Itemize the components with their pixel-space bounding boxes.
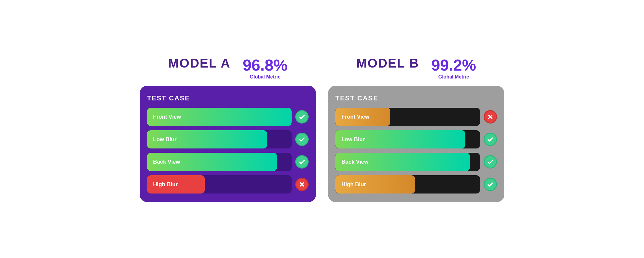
model-b-card: TEST CASEFront ViewLow BlurBack ViewHigh… [328, 86, 504, 202]
model-a-status-icon-0 [295, 110, 309, 124]
model-b-row-2: Back View [335, 153, 497, 171]
model-a-bar-fill-0: Front View [147, 108, 292, 126]
cross-icon [487, 113, 494, 120]
model-a-row-0: Front View [147, 108, 309, 126]
model-a-row-1: Low Blur [147, 130, 309, 148]
model-a-bar-container-3: High Blur [147, 175, 292, 194]
model-a-header: MODEL A96.8%Global Metric [140, 56, 316, 80]
model-a-status-icon-1 [295, 133, 309, 146]
model-b-bar-container-2: Back View [335, 153, 480, 171]
cross-icon [299, 181, 305, 188]
model-b-bar-fill-1: Low Blur [335, 130, 465, 148]
check-icon [299, 159, 305, 165]
model-a-bar-fill-3: High Blur [147, 175, 205, 194]
model-a-card: TEST CASEFront ViewLow BlurBack ViewHigh… [140, 86, 316, 202]
model-a-bar-container-1: Low Blur [147, 130, 292, 148]
check-icon [487, 136, 494, 143]
model-b-test-rows: Front ViewLow BlurBack ViewHigh Blur [335, 108, 497, 194]
model-b-bar-label-1: Low Blur [341, 136, 365, 143]
model-a-metric-group: 96.8%Global Metric [243, 56, 287, 80]
model-a-bar-container-0: Front View [147, 108, 292, 126]
model-a-bar-label-3: High Blur [153, 181, 178, 188]
model-b-bar-container-3: High Blur [335, 175, 480, 194]
model-section-model-a: MODEL A96.8%Global MetricTEST CASEFront … [140, 56, 316, 202]
model-a-test-rows: Front ViewLow BlurBack ViewHigh Blur [147, 108, 309, 194]
model-b-header: MODEL B99.2%Global Metric [328, 56, 504, 80]
model-a-status-icon-3 [295, 178, 309, 191]
model-b-bar-container-1: Low Blur [335, 130, 480, 148]
model-b-row-3: High Blur [335, 175, 497, 194]
page-container: MODEL A96.8%Global MetricTEST CASEFront … [140, 56, 504, 202]
model-b-status-icon-2 [484, 155, 497, 169]
model-a-bar-label-0: Front View [153, 114, 181, 120]
model-b-bar-label-3: High Blur [341, 181, 366, 188]
model-b-metric-label: Global Metric [438, 74, 469, 80]
model-b-status-icon-3 [484, 178, 497, 191]
model-a-bar-fill-1: Low Blur [147, 130, 267, 148]
model-b-row-0: Front View [335, 108, 497, 126]
model-a-row-2: Back View [147, 153, 309, 171]
model-a-title: MODEL A [168, 56, 231, 71]
model-b-metric-group: 99.2%Global Metric [431, 56, 476, 80]
model-b-status-icon-1 [484, 133, 497, 146]
model-b-bar-fill-2: Back View [335, 153, 470, 171]
model-b-test-case-label: TEST CASE [335, 94, 497, 102]
model-b-status-icon-0 [484, 110, 497, 124]
model-b-bar-label-0: Front View [341, 114, 369, 120]
model-a-metric-label: Global Metric [250, 74, 280, 80]
model-b-bar-fill-3: High Blur [335, 175, 415, 194]
model-b-metric-value: 99.2% [431, 56, 476, 74]
model-a-status-icon-2 [295, 155, 309, 169]
model-a-metric-value: 96.8% [243, 56, 287, 74]
model-a-row-3: High Blur [147, 175, 309, 194]
check-icon [299, 136, 305, 143]
model-b-bar-label-2: Back View [341, 159, 368, 165]
model-b-bar-fill-0: Front View [335, 108, 390, 126]
model-b-title: MODEL B [356, 56, 419, 71]
model-a-test-case-label: TEST CASE [147, 94, 309, 102]
check-icon [487, 181, 494, 188]
model-a-bar-container-2: Back View [147, 153, 292, 171]
model-b-row-1: Low Blur [335, 130, 497, 148]
model-a-bar-label-1: Low Blur [153, 136, 176, 143]
check-icon [299, 113, 305, 120]
model-b-bar-container-0: Front View [335, 108, 480, 126]
model-a-bar-fill-2: Back View [147, 153, 277, 171]
model-a-bar-label-2: Back View [153, 159, 180, 165]
check-icon [487, 159, 494, 165]
model-section-model-b: MODEL B99.2%Global MetricTEST CASEFront … [328, 56, 504, 202]
